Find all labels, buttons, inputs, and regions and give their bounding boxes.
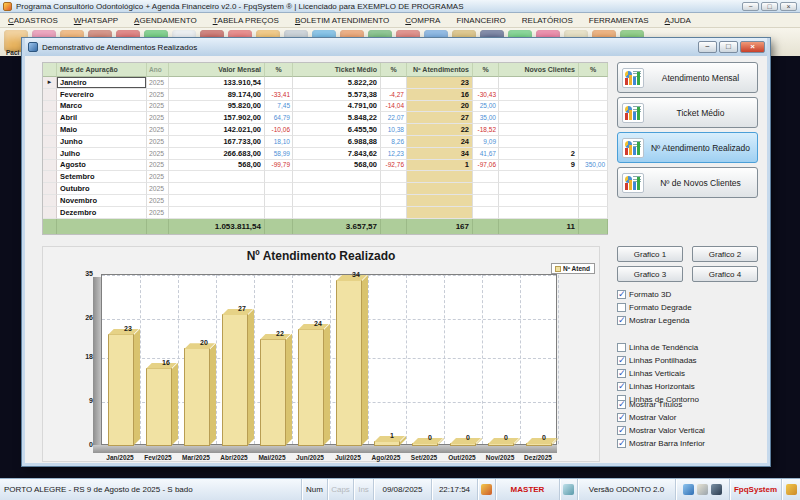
table-cell[interactable]: 23	[407, 77, 473, 89]
row-selector[interactable]	[43, 207, 57, 219]
table-cell[interactable]: 27	[407, 112, 473, 124]
table-cell[interactable]: 5.822,20	[293, 77, 381, 89]
table-cell[interactable]	[579, 112, 608, 124]
table-cell[interactable]	[381, 171, 407, 183]
side-button-1[interactable]: Atendimento Mensal	[617, 62, 758, 93]
table-cell[interactable]: Abril	[57, 112, 147, 124]
table-cell[interactable]: Agosto	[57, 160, 147, 172]
table-cell[interactable]	[499, 77, 579, 89]
table-cell[interactable]: 2025	[147, 124, 169, 136]
table-cell[interactable]	[579, 77, 608, 89]
row-selector[interactable]	[43, 183, 57, 195]
table-cell[interactable]	[579, 148, 608, 160]
monitor-icon[interactable]	[711, 484, 722, 495]
side-button-3[interactable]: Nº Atendimento Realizado	[617, 132, 758, 163]
table-cell[interactable]: -97,06	[473, 160, 499, 172]
table-cell[interactable]: 95.820,00	[169, 101, 265, 113]
table-cell[interactable]: 9	[499, 160, 579, 172]
table-cell[interactable]	[499, 195, 579, 207]
inner-restore-button[interactable]: □	[719, 41, 738, 53]
checkbox-linha-de-tendência[interactable]: Linha de Tendência	[617, 341, 698, 354]
table-cell[interactable]: 2025	[147, 171, 169, 183]
table-cell[interactable]: -10,06	[265, 124, 293, 136]
table-cell[interactable]: 6.988,88	[293, 136, 381, 148]
checkbox-linhas-verticais[interactable]: Linhas Verticais	[617, 367, 685, 380]
inner-titlebar[interactable]: Demonstrativo de Atendimentos Realizados…	[25, 38, 767, 56]
table-cell[interactable]	[473, 77, 499, 89]
table-cell[interactable]: 2025	[147, 207, 169, 219]
checkbox-box[interactable]	[617, 426, 626, 435]
table-cell[interactable]	[265, 171, 293, 183]
table-cell[interactable]: 41,67	[473, 148, 499, 160]
table-cell[interactable]	[407, 195, 473, 207]
table-cell[interactable]	[265, 183, 293, 195]
table-cell[interactable]: -4,27	[381, 89, 407, 101]
table-cell[interactable]: Outubro	[57, 183, 147, 195]
table-cell[interactable]: 2	[499, 148, 579, 160]
table-cell[interactable]: -30,43	[473, 89, 499, 101]
menu-item-tabela-preços[interactable]: TABELA PREÇOS	[205, 13, 287, 27]
row-selector[interactable]: ►	[43, 77, 57, 89]
checkbox-box[interactable]	[617, 439, 626, 448]
table-cell[interactable]	[265, 195, 293, 207]
table-cell[interactable]	[169, 195, 265, 207]
table-cell[interactable]: 16	[407, 89, 473, 101]
table-cell[interactable]: Setembro	[57, 171, 147, 183]
table-cell[interactable]: 12,23	[381, 148, 407, 160]
table-cell[interactable]: 2025	[147, 160, 169, 172]
table-cell[interactable]: 157.902,00	[169, 112, 265, 124]
table-cell[interactable]: Janeiro	[57, 77, 147, 89]
table-cell[interactable]: 2025	[147, 101, 169, 113]
table-cell[interactable]	[499, 101, 579, 113]
table-cell[interactable]	[293, 207, 381, 219]
grafico-button-1[interactable]: Grafico 1	[617, 246, 683, 262]
checkbox-mostrar-barra-inferior[interactable]: Mostrar Barra Inferior	[617, 437, 705, 450]
checkbox-box[interactable]	[617, 316, 626, 325]
table-cell[interactable]: 5.573,38	[293, 89, 381, 101]
checkbox-mostrar-títulos[interactable]: Mostrar Títulos	[617, 398, 682, 411]
table-cell[interactable]	[579, 183, 608, 195]
table-cell[interactable]	[381, 77, 407, 89]
side-button-2[interactable]: Ticket Médio	[617, 97, 758, 128]
table-cell[interactable]	[499, 183, 579, 195]
table-cell[interactable]	[407, 171, 473, 183]
table-cell[interactable]: Julho	[57, 148, 147, 160]
table-cell[interactable]: -92,76	[381, 160, 407, 172]
table-cell[interactable]: 2025	[147, 148, 169, 160]
table-cell[interactable]: 24	[407, 136, 473, 148]
menu-item-ajuda[interactable]: AJUDA	[657, 13, 699, 27]
table-cell[interactable]	[293, 183, 381, 195]
table-cell[interactable]: 8,26	[381, 136, 407, 148]
table-cell[interactable]: Marco	[57, 101, 147, 113]
table-cell[interactable]	[579, 171, 608, 183]
table-cell[interactable]: 2025	[147, 136, 169, 148]
checkbox-box[interactable]	[617, 400, 626, 409]
table-cell[interactable]	[579, 101, 608, 113]
table-cell[interactable]	[381, 207, 407, 219]
table-cell[interactable]: 266.683,00	[169, 148, 265, 160]
table-cell[interactable]	[265, 207, 293, 219]
checkbox-box[interactable]	[617, 369, 626, 378]
table-cell[interactable]: 7,45	[265, 101, 293, 113]
table-cell[interactable]: 1	[407, 160, 473, 172]
table-cell[interactable]	[293, 195, 381, 207]
table-cell[interactable]	[499, 136, 579, 148]
table-cell[interactable]	[407, 207, 473, 219]
menu-item-ferramentas[interactable]: FERRAMENTAS	[581, 13, 657, 27]
help-book-icon[interactable]	[683, 484, 694, 495]
checkbox-box[interactable]	[617, 413, 626, 422]
row-selector[interactable]	[43, 101, 57, 113]
table-cell[interactable]: 2025	[147, 183, 169, 195]
table-cell[interactable]: Novembro	[57, 195, 147, 207]
table-cell[interactable]: Junho	[57, 136, 147, 148]
table-cell[interactable]: 2025	[147, 112, 169, 124]
table-cell[interactable]: 64,79	[265, 112, 293, 124]
table-cell[interactable]: 20	[407, 101, 473, 113]
checkbox-box[interactable]	[617, 290, 626, 299]
printer-icon[interactable]	[697, 484, 708, 495]
row-selector[interactable]	[43, 148, 57, 160]
table-cell[interactable]: 4.791,00	[293, 101, 381, 113]
menu-item-relatórios[interactable]: RELATÓRIOS	[514, 13, 581, 27]
table-cell[interactable]	[381, 195, 407, 207]
row-selector[interactable]	[43, 160, 57, 172]
